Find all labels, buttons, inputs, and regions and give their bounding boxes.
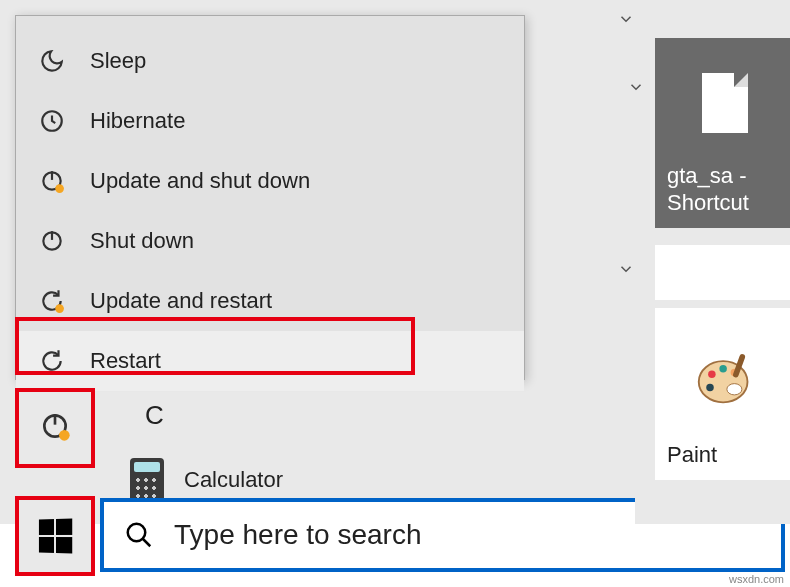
svg-point-14 [708, 371, 716, 379]
svg-point-17 [706, 384, 714, 392]
power-options-menu: Sleep Hibernate Update and shut down Shu… [15, 15, 525, 380]
tile-paint[interactable]: Paint [655, 308, 790, 480]
app-list-section-header[interactable]: C [145, 400, 164, 431]
power-icon [36, 225, 68, 257]
menu-label: Update and restart [90, 288, 272, 314]
calculator-icon [130, 458, 164, 502]
svg-point-13 [727, 384, 742, 395]
clock-icon [36, 105, 68, 137]
app-list-label: Calculator [184, 467, 283, 493]
power-update-icon [39, 410, 71, 446]
menu-item-restart[interactable]: Restart [16, 331, 524, 391]
svg-point-9 [59, 430, 70, 441]
app-list-item-calculator[interactable]: Calculator [130, 458, 283, 502]
watermark: wsxdn.com [729, 573, 784, 585]
tile-blank[interactable] [655, 245, 790, 300]
tile-gta-shortcut[interactable]: gta_sa - Shortcut [655, 38, 790, 228]
tile-label: gta_sa - Shortcut [667, 163, 783, 216]
chevron-down-icon[interactable] [617, 10, 635, 28]
tile-label: Paint [667, 442, 783, 468]
chevron-down-icon[interactable] [627, 78, 645, 96]
svg-line-11 [143, 539, 151, 547]
menu-label: Sleep [90, 48, 146, 74]
menu-item-shutdown[interactable]: Shut down [16, 211, 524, 271]
menu-label: Update and shut down [90, 168, 310, 194]
menu-item-sleep[interactable]: Sleep [16, 31, 524, 91]
start-power-button[interactable] [15, 388, 95, 468]
moon-icon [36, 45, 68, 77]
search-icon [124, 520, 154, 550]
svg-point-10 [128, 524, 146, 542]
svg-point-3 [55, 184, 64, 193]
restart-icon [36, 345, 68, 377]
menu-item-hibernate[interactable]: Hibernate [16, 91, 524, 151]
power-update-icon [36, 165, 68, 197]
menu-item-update-shutdown[interactable]: Update and shut down [16, 151, 524, 211]
menu-label: Hibernate [90, 108, 185, 134]
paint-palette-icon [695, 348, 755, 408]
restart-update-icon [36, 285, 68, 317]
menu-label: Restart [90, 348, 161, 374]
svg-point-15 [719, 365, 727, 373]
menu-label: Shut down [90, 228, 194, 254]
file-icon [702, 73, 748, 133]
chevron-down-icon[interactable] [617, 260, 635, 278]
start-tiles-area: gta_sa - Shortcut Paint [635, 0, 790, 524]
menu-item-update-restart[interactable]: Update and restart [16, 271, 524, 331]
start-button[interactable] [15, 496, 95, 576]
windows-logo-icon [39, 518, 72, 553]
svg-point-6 [55, 304, 64, 313]
